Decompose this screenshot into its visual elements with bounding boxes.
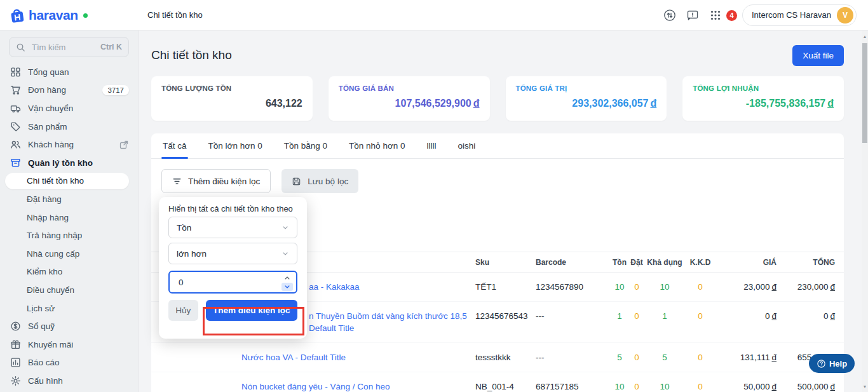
gia-cell: 50,000đ — [716, 381, 776, 392]
operator-select[interactable]: lớn hơn — [168, 243, 297, 264]
scrollbar-down-arrow[interactable] — [862, 382, 868, 391]
stepper-up-icon[interactable] — [281, 274, 293, 282]
sidebar-subitem-supplier[interactable]: Nhà cung cấp — [0, 245, 138, 263]
sidebar-item-customers[interactable]: Khách hàng — [0, 135, 138, 154]
sync-icon[interactable] — [663, 9, 676, 22]
kkd-cell: 0 — [684, 351, 716, 363]
stat-value: -185,755,836,157đ — [693, 98, 834, 109]
kkd-cell: 0 — [684, 310, 716, 322]
tong-cell: 0đ — [776, 310, 835, 322]
haravan-logo[interactable]: haravan — [0, 7, 139, 24]
sidebar-item-promotions[interactable]: Khuyến mãi — [0, 335, 138, 354]
account-name: Intercom CS Haravan — [752, 10, 831, 20]
save-icon — [292, 177, 301, 186]
sidebar-item-label: Đơn hàng — [28, 85, 66, 95]
cash-icon — [10, 321, 21, 332]
gia-cell: 131,111đ — [716, 351, 776, 363]
tab-all[interactable]: Tất cả — [161, 133, 188, 158]
add-filter-submit-button[interactable]: Thêm điều kiện lọc — [206, 300, 297, 321]
amount-input[interactable] — [177, 277, 273, 288]
logo-bag-icon — [9, 7, 25, 24]
product-link[interactable]: Nước hoa VA - Default Title — [241, 351, 475, 363]
product-link[interactable]: aa - Kakakaa — [309, 281, 475, 293]
sku-cell: TẾT1 — [475, 281, 536, 293]
sku-cell: tessstkkk — [475, 351, 536, 363]
sidebar-item-products[interactable]: Sản phẩm — [0, 118, 138, 136]
sidebar-subitem-purchase-order[interactable]: Đặt hàng — [0, 190, 138, 208]
field-select[interactable]: Tồn — [168, 217, 297, 238]
sidebar-subitem-inventory-detail[interactable]: Chi tiết tồn kho — [5, 173, 129, 190]
sidebar-item-settings[interactable]: Cấu hình — [0, 372, 138, 390]
search-icon — [16, 43, 25, 52]
tab-custom-oishi[interactable]: oishi — [457, 133, 477, 158]
tong-cell: 500,000đ — [776, 381, 835, 392]
cancel-button[interactable]: Hủy — [168, 300, 198, 321]
sidebar-item-cashbook[interactable]: Sổ quỹ — [0, 317, 138, 335]
stat-value: 107,546,529,900đ — [339, 98, 480, 109]
scrollbar-up-arrow[interactable] — [862, 32, 868, 41]
ton-cell: 1 — [611, 310, 628, 322]
chevron-down-icon — [281, 250, 289, 257]
sidebar-item-orders[interactable]: Đơn hàng 3717 — [0, 81, 138, 100]
feedback-icon[interactable] — [686, 9, 699, 22]
sidebar-item-shipping[interactable]: Vận chuyển — [0, 99, 138, 118]
sidebar-item-label: Báo cáo — [28, 358, 60, 367]
table-row: Nón bucket đáng yêu - Vàng / Con heo NB_… — [151, 372, 844, 392]
sidebar-item-label: Vận chuyển — [28, 104, 73, 113]
search-input[interactable] — [31, 42, 94, 53]
sidebar-item-label: Quản lý tồn kho — [28, 158, 93, 168]
topbar: haravan Chi tiết tồn kho — [0, 0, 868, 30]
sidebar-item-label: Sổ quỹ — [28, 321, 55, 331]
kkd-cell: 0 — [684, 281, 716, 293]
stat-label: TỔNG LỢI NHUẬN — [693, 84, 834, 92]
vertical-scrollbar[interactable] — [862, 30, 868, 392]
stat-value: 293,302,366,057đ — [516, 98, 657, 109]
save-filter-button[interactable]: Lưu bộ lọc — [281, 169, 358, 193]
sidebar-item-inventory[interactable]: Quản lý tồn kho — [0, 154, 138, 172]
sidebar-subitem-history[interactable]: Lịch sử — [0, 299, 138, 318]
sidebar-item-label: Cấu hình — [28, 376, 63, 386]
sidebar-item-reports[interactable]: Báo cáo — [0, 354, 138, 372]
tab-stock-gt-0[interactable]: Tồn lớn hơn 0 — [207, 133, 264, 158]
sidebar-subitem-transfer[interactable]: Điều chuyển — [0, 281, 138, 299]
question-circle-icon — [817, 359, 826, 368]
filter-icon — [172, 177, 182, 186]
sidebar-subitem-stocktake[interactable]: Kiểm kho — [0, 263, 138, 281]
inventory-box-icon — [10, 158, 21, 168]
barcode-cell: 687157185 — [536, 381, 611, 392]
apps-grid-icon[interactable] — [709, 9, 722, 22]
tab-stock-lt-0[interactable]: Tồn nhỏ hơn 0 — [348, 133, 406, 158]
stepper-down-icon[interactable] — [281, 283, 293, 291]
account-menu[interactable]: Intercom CS Haravan V — [742, 4, 857, 26]
avatar: V — [837, 7, 853, 24]
ton-cell: 10 — [611, 281, 628, 293]
sidebar-item-overview[interactable]: Tổng quan — [0, 63, 138, 81]
sidebar-subitem-receive[interactable]: Nhập hàng — [0, 208, 138, 227]
scrollbar-thumb[interactable] — [862, 43, 867, 143]
overview-grid-icon — [10, 67, 21, 78]
product-link[interactable]: n Thuyền Buồm dát vàng kích thước 18,5De… — [309, 310, 475, 334]
tab-custom-lllll[interactable]: lllll — [426, 133, 438, 158]
product-link[interactable]: Nón bucket đáng yêu - Vàng / Con heo — [241, 381, 475, 392]
main-content: Chi tiết tồn kho Xuất file TỔNG LƯỢNG TỒ… — [139, 30, 868, 392]
sidebar-item-label: Trả hàng nhập — [27, 231, 82, 240]
filter-tabs: Tất cả Tồn lớn hơn 0 Tồn bằng 0 Tồn nhỏ … — [151, 133, 844, 159]
external-link-icon[interactable] — [119, 140, 129, 150]
status-dot — [83, 13, 88, 18]
global-search[interactable]: Ctrl K — [9, 37, 129, 57]
gia-cell: 23,000đ — [716, 281, 776, 293]
tab-stock-eq-0[interactable]: Tồn bằng 0 — [283, 133, 329, 158]
export-file-button[interactable]: Xuất file — [792, 45, 844, 66]
sidebar-item-label: Lịch sử — [27, 304, 55, 313]
sidebar-item-label: Điều chuyển — [27, 285, 74, 295]
tag-icon — [10, 121, 21, 132]
help-button[interactable]: Help — [809, 354, 855, 373]
sidebar-item-label: Chi tiết tồn kho — [27, 176, 84, 186]
kkd-cell: 0 — [684, 381, 716, 392]
header-tong: TỔNG — [776, 258, 835, 267]
table-row: Nước hoa VA - Default Title tessstkkk --… — [151, 343, 844, 372]
gia-cell: 0đ — [716, 310, 776, 322]
header-kkd: K.K.D — [684, 258, 716, 267]
sidebar-subitem-return[interactable]: Trả hàng nhập — [0, 226, 138, 245]
add-filter-button[interactable]: Thêm điều kiện lọc — [161, 169, 271, 193]
